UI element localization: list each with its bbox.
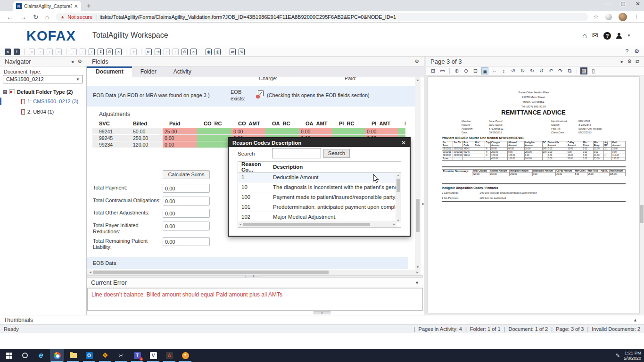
insert-row-icon[interactable]: ⇤ [146,49,152,55]
webex-icon[interactable]: * [178,349,192,362]
taskbar-clock[interactable]: 1:21 PM 5/8/2020 [624,350,641,361]
adjustment-cell[interactable] [197,128,231,135]
eob-data-section[interactable]: EOB Data [87,257,408,269]
dialog-horizontal-scrollbar[interactable]: ◄ ► [238,222,396,227]
dialog-search-button[interactable]: Search [323,149,350,158]
document-preview-page[interactable]: Some Other Health Plan21278 Main StreetM… [428,77,639,313]
toolbar-settings-icon[interactable]: ⚙ [634,48,639,55]
calculate-sums-button[interactable]: Calculate Sums [163,170,210,179]
collapse-error-icon[interactable]: ▼ [415,280,419,285]
collapse-panel-icon[interactable]: ◂ [71,58,74,65]
marquee-zoom-icon[interactable]: ⊡ [472,67,479,74]
tab-folder[interactable]: Folder [132,66,165,77]
user-menu-caret-icon[interactable]: ▼ [627,33,631,38]
reason-code-row[interactable]: 102Major Medical Adjustment. [238,212,401,222]
adjustment-cell[interactable] [197,135,231,141]
chrome-icon[interactable] [50,349,64,362]
tab-close-icon[interactable]: ✕ [74,3,78,9]
adjustment-cell[interactable] [332,128,365,135]
scroll-down-icon[interactable]: ▼ [415,265,421,269]
dialog-search-input[interactable] [272,148,321,158]
tree-item-document-1[interactable]: 1: CMS1500_0212 (3) [0,98,87,105]
not-secure-label[interactable]: Not secure [67,14,92,20]
dialog-scroll-down-icon[interactable]: ▼ [396,219,401,222]
home-nav-icon[interactable]: ⌂ [582,32,587,40]
cortana-button[interactable] [18,349,32,362]
reason-code-row[interactable]: 100Payment made to patient/insured/respo… [238,192,401,202]
reason-code-row[interactable]: 101Predetermination: anticipated payment… [238,202,401,212]
reject-document-icon[interactable]: × [5,49,11,55]
snip-icon[interactable]: ✂ [114,349,128,362]
total-input[interactable] [163,222,210,230]
fit-page-icon[interactable]: ▣ [481,67,488,74]
delete-row-icon[interactable]: × [190,49,197,55]
mail-icon[interactable]: ✉ [592,31,598,40]
zoom-out-icon[interactable]: ⊖ [462,67,470,74]
thumbnails-splitter-handle[interactable]: ▲ [314,311,330,314]
adjustment-cell[interactable]: 0.00 [163,135,197,141]
toolbar-help-icon[interactable]: ? [626,48,629,55]
fit-width-icon[interactable]: ↔ [491,67,498,74]
viewer-settings-icon[interactable]: ⚙ [627,58,632,65]
fit-height-icon[interactable]: ↕ [500,67,507,74]
maximize-icon[interactable] [621,2,625,6]
file-explorer-icon[interactable] [66,349,80,362]
dialog-scroll-left-icon[interactable]: ◄ [239,223,242,226]
adjustment-cell[interactable]: 0.00 [365,128,398,135]
home-icon[interactable]: ⌂ [45,13,49,21]
browser-menu-icon[interactable]: ⋮ [634,13,640,20]
thumbnails-bar[interactable]: Thumbnails ▲ [0,315,644,325]
rotate-page-right-icon[interactable]: ↷ [557,67,564,74]
scroll-up-icon[interactable]: ▲ [415,78,421,82]
bookmark-star-icon[interactable]: ☆ [593,13,599,20]
document-type-select[interactable]: CMS1500_0212 ▼ [3,75,83,83]
visio-icon[interactable]: V [146,349,160,362]
suspend-row-icon[interactable]: ⊘ [182,49,188,55]
new-document-icon[interactable]: ↓ [89,49,95,55]
tab-activity[interactable]: Activity [165,66,200,77]
pen-tray-icon[interactable]: ✎ [616,353,620,359]
teams-icon[interactable]: T1 [130,349,144,362]
folder-tree-root[interactable]: − Default Folder Type (2) [3,89,73,95]
close-icon[interactable]: ✕ [636,0,640,7]
forward-icon[interactable]: → [20,13,26,21]
help-icon[interactable]: ? [603,32,611,40]
fields-vertical-scrollbar[interactable]: ▲ ▼ [415,77,421,270]
total-input[interactable] [163,237,210,246]
comment-icon[interactable]: ▭ [439,67,446,74]
collapse-node-icon[interactable]: − [3,90,7,94]
shortcut-keys-icon[interactable]: ⇌ [230,49,236,55]
rotate-180-icon[interactable]: ↻ [528,67,536,74]
new-tab-button[interactable]: + [87,1,91,9]
adjustment-cell[interactable] [197,141,231,148]
dialog-titlebar[interactable]: Reason Codes Description ✕ [229,138,410,147]
page-view-icon[interactable]: ▯ [590,67,597,74]
append-row-icon[interactable]: ⇥ [155,49,161,55]
delete-document-icon[interactable]: × [116,49,122,55]
scroll-right-icon[interactable]: ► [416,271,419,274]
force-valid-icon[interactable]: ↯ [239,49,245,55]
kofax-capture-icon[interactable]: ❖ [98,349,112,362]
expand-panel-icon[interactable]: ▸ [621,58,624,65]
adjustment-cell[interactable] [265,128,299,135]
dialog-vertical-scrollbar[interactable]: ▲ ▼ [396,173,401,222]
hide-valid-fields-icon[interactable]: ◉ [206,49,212,55]
minimize-icon[interactable]: — [605,0,611,7]
rotate-right-icon[interactable]: ↻ [519,67,526,74]
dialog-close-icon[interactable]: ✕ [401,140,406,146]
browser-tab[interactable]: K ClaimsAgility_CaptureDocuments ✕ [13,1,81,11]
start-button[interactable] [2,349,16,362]
ie-icon[interactable]: e [34,349,48,362]
user-icon[interactable] [616,33,622,39]
adjustment-cell[interactable]: 0.00 [231,128,265,135]
show-valid-fields-icon[interactable]: ◎ [215,49,221,55]
dialog-scroll-up-icon[interactable]: ▲ [396,173,401,177]
adjustment-cell[interactable] [398,128,405,135]
scroll-left-icon[interactable]: ◄ [89,271,92,274]
add-region-icon[interactable]: ⊞ [429,67,437,74]
splitter-arrow-icon[interactable]: ► [421,202,425,206]
current-error-header[interactable]: Current Error ▼ [87,278,423,288]
address-bar[interactable]: ▲ Not secure | itskta/TotalAgility/Forms… [56,13,588,21]
adjustment-cell[interactable]: 25.00 [163,128,197,135]
viewer-scrollbar[interactable] [640,75,644,315]
